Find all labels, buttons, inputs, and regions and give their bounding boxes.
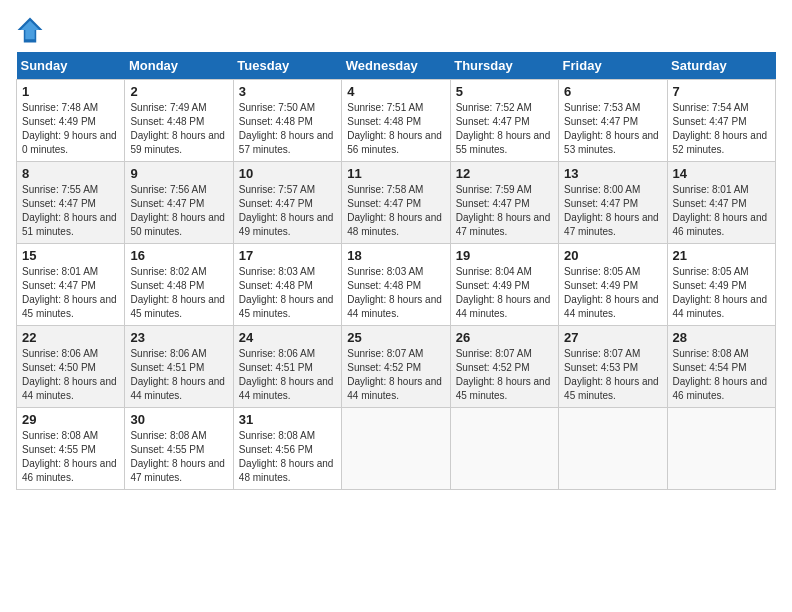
calendar-cell: 6 Sunrise: 7:53 AMSunset: 4:47 PMDayligh… [559,80,667,162]
day-info: Sunrise: 8:04 AMSunset: 4:49 PMDaylight:… [456,265,553,321]
logo [16,16,48,44]
logo-icon [16,16,44,44]
calendar-cell: 24 Sunrise: 8:06 AMSunset: 4:51 PMDaylig… [233,326,341,408]
day-info: Sunrise: 8:02 AMSunset: 4:48 PMDaylight:… [130,265,227,321]
weekday-header-thursday: Thursday [450,52,558,80]
calendar-cell: 28 Sunrise: 8:08 AMSunset: 4:54 PMDaylig… [667,326,775,408]
calendar-cell: 17 Sunrise: 8:03 AMSunset: 4:48 PMDaylig… [233,244,341,326]
calendar-cell: 12 Sunrise: 7:59 AMSunset: 4:47 PMDaylig… [450,162,558,244]
weekday-header-monday: Monday [125,52,233,80]
day-info: Sunrise: 7:52 AMSunset: 4:47 PMDaylight:… [456,101,553,157]
day-info: Sunrise: 8:07 AMSunset: 4:52 PMDaylight:… [347,347,444,403]
calendar-cell: 15 Sunrise: 8:01 AMSunset: 4:47 PMDaylig… [17,244,125,326]
weekday-header-sunday: Sunday [17,52,125,80]
day-info: Sunrise: 7:58 AMSunset: 4:47 PMDaylight:… [347,183,444,239]
day-number: 29 [22,412,119,427]
day-number: 26 [456,330,553,345]
calendar-cell: 18 Sunrise: 8:03 AMSunset: 4:48 PMDaylig… [342,244,450,326]
day-number: 6 [564,84,661,99]
day-info: Sunrise: 7:54 AMSunset: 4:47 PMDaylight:… [673,101,770,157]
day-number: 27 [564,330,661,345]
day-number: 7 [673,84,770,99]
calendar-cell: 31 Sunrise: 8:08 AMSunset: 4:56 PMDaylig… [233,408,341,490]
day-info: Sunrise: 8:08 AMSunset: 4:55 PMDaylight:… [130,429,227,485]
day-number: 2 [130,84,227,99]
calendar-cell: 9 Sunrise: 7:56 AMSunset: 4:47 PMDayligh… [125,162,233,244]
calendar-cell: 30 Sunrise: 8:08 AMSunset: 4:55 PMDaylig… [125,408,233,490]
day-number: 14 [673,166,770,181]
weekday-header-friday: Friday [559,52,667,80]
day-info: Sunrise: 7:50 AMSunset: 4:48 PMDaylight:… [239,101,336,157]
day-number: 21 [673,248,770,263]
calendar-cell: 25 Sunrise: 8:07 AMSunset: 4:52 PMDaylig… [342,326,450,408]
weekday-header-wednesday: Wednesday [342,52,450,80]
calendar-table: SundayMondayTuesdayWednesdayThursdayFrid… [16,52,776,490]
day-number: 9 [130,166,227,181]
day-info: Sunrise: 8:05 AMSunset: 4:49 PMDaylight:… [564,265,661,321]
day-info: Sunrise: 8:01 AMSunset: 4:47 PMDaylight:… [673,183,770,239]
day-number: 31 [239,412,336,427]
day-number: 8 [22,166,119,181]
calendar-cell: 8 Sunrise: 7:55 AMSunset: 4:47 PMDayligh… [17,162,125,244]
day-info: Sunrise: 8:07 AMSunset: 4:53 PMDaylight:… [564,347,661,403]
calendar-cell: 22 Sunrise: 8:06 AMSunset: 4:50 PMDaylig… [17,326,125,408]
day-number: 5 [456,84,553,99]
calendar-cell: 11 Sunrise: 7:58 AMSunset: 4:47 PMDaylig… [342,162,450,244]
calendar-cell: 20 Sunrise: 8:05 AMSunset: 4:49 PMDaylig… [559,244,667,326]
day-number: 24 [239,330,336,345]
day-info: Sunrise: 8:03 AMSunset: 4:48 PMDaylight:… [239,265,336,321]
day-number: 11 [347,166,444,181]
calendar-cell: 19 Sunrise: 8:04 AMSunset: 4:49 PMDaylig… [450,244,558,326]
day-info: Sunrise: 7:48 AMSunset: 4:49 PMDaylight:… [22,101,119,157]
svg-marker-1 [21,21,40,40]
calendar-cell [667,408,775,490]
day-info: Sunrise: 7:51 AMSunset: 4:48 PMDaylight:… [347,101,444,157]
day-number: 17 [239,248,336,263]
day-info: Sunrise: 8:07 AMSunset: 4:52 PMDaylight:… [456,347,553,403]
day-info: Sunrise: 7:53 AMSunset: 4:47 PMDaylight:… [564,101,661,157]
calendar-cell: 29 Sunrise: 8:08 AMSunset: 4:55 PMDaylig… [17,408,125,490]
calendar-cell: 26 Sunrise: 8:07 AMSunset: 4:52 PMDaylig… [450,326,558,408]
day-info: Sunrise: 7:59 AMSunset: 4:47 PMDaylight:… [456,183,553,239]
day-number: 1 [22,84,119,99]
calendar-cell: 10 Sunrise: 7:57 AMSunset: 4:47 PMDaylig… [233,162,341,244]
day-info: Sunrise: 8:08 AMSunset: 4:55 PMDaylight:… [22,429,119,485]
day-info: Sunrise: 8:00 AMSunset: 4:47 PMDaylight:… [564,183,661,239]
weekday-header-saturday: Saturday [667,52,775,80]
day-info: Sunrise: 8:08 AMSunset: 4:54 PMDaylight:… [673,347,770,403]
day-info: Sunrise: 7:49 AMSunset: 4:48 PMDaylight:… [130,101,227,157]
calendar-cell: 2 Sunrise: 7:49 AMSunset: 4:48 PMDayligh… [125,80,233,162]
day-number: 16 [130,248,227,263]
day-info: Sunrise: 7:55 AMSunset: 4:47 PMDaylight:… [22,183,119,239]
calendar-cell [559,408,667,490]
calendar-cell: 16 Sunrise: 8:02 AMSunset: 4:48 PMDaylig… [125,244,233,326]
day-number: 12 [456,166,553,181]
calendar-cell: 1 Sunrise: 7:48 AMSunset: 4:49 PMDayligh… [17,80,125,162]
day-number: 30 [130,412,227,427]
calendar-cell: 4 Sunrise: 7:51 AMSunset: 4:48 PMDayligh… [342,80,450,162]
day-number: 28 [673,330,770,345]
day-info: Sunrise: 8:06 AMSunset: 4:51 PMDaylight:… [130,347,227,403]
calendar-cell: 5 Sunrise: 7:52 AMSunset: 4:47 PMDayligh… [450,80,558,162]
calendar-cell: 13 Sunrise: 8:00 AMSunset: 4:47 PMDaylig… [559,162,667,244]
day-info: Sunrise: 8:06 AMSunset: 4:50 PMDaylight:… [22,347,119,403]
calendar-cell: 14 Sunrise: 8:01 AMSunset: 4:47 PMDaylig… [667,162,775,244]
day-info: Sunrise: 8:05 AMSunset: 4:49 PMDaylight:… [673,265,770,321]
day-number: 20 [564,248,661,263]
calendar-cell: 7 Sunrise: 7:54 AMSunset: 4:47 PMDayligh… [667,80,775,162]
weekday-header-tuesday: Tuesday [233,52,341,80]
day-number: 13 [564,166,661,181]
calendar-cell: 27 Sunrise: 8:07 AMSunset: 4:53 PMDaylig… [559,326,667,408]
day-number: 19 [456,248,553,263]
calendar-cell [342,408,450,490]
day-info: Sunrise: 8:08 AMSunset: 4:56 PMDaylight:… [239,429,336,485]
calendar-cell: 3 Sunrise: 7:50 AMSunset: 4:48 PMDayligh… [233,80,341,162]
day-number: 23 [130,330,227,345]
day-number: 25 [347,330,444,345]
day-number: 18 [347,248,444,263]
calendar-cell [450,408,558,490]
page-header [16,16,776,44]
day-info: Sunrise: 8:06 AMSunset: 4:51 PMDaylight:… [239,347,336,403]
day-number: 22 [22,330,119,345]
day-number: 10 [239,166,336,181]
